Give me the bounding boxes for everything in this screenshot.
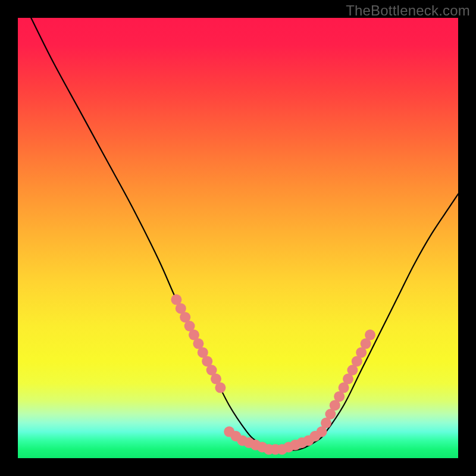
chart-stage: TheBottleneck.com [0, 0, 476, 476]
highlight-dot [215, 383, 226, 393]
bottleneck-curve-path [31, 18, 458, 450]
plot-area [18, 18, 458, 458]
watermark-text: TheBottleneck.com [346, 2, 470, 19]
highlight-dots [171, 295, 375, 455]
curve-layer [18, 18, 458, 458]
highlight-dot [365, 330, 375, 340]
